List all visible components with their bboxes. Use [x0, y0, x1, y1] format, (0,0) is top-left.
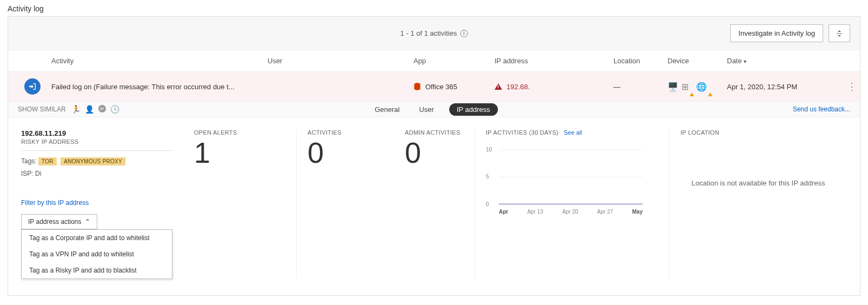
ip-full: 192.68.11.219 — [21, 129, 172, 137]
activities-column: ACTIVITIES 0 — [297, 129, 394, 279]
ip-actions-dropdown[interactable]: IP address actions ⌃ — [21, 214, 97, 229]
result-range-text: 1 - 1 of 1 activities — [400, 29, 457, 37]
activities-label: ACTIVITIES — [308, 129, 383, 136]
tab-user[interactable]: User — [415, 103, 438, 116]
warning-icon — [495, 83, 502, 90]
ip-actions-menu: Tag as a Corporate IP and add to whiteli… — [21, 229, 172, 279]
admin-activities-value: 0 — [405, 138, 464, 167]
tab-general[interactable]: General — [370, 103, 404, 116]
y-tick-5: 5 — [486, 174, 489, 180]
expand-collapse-button[interactable] — [829, 24, 850, 42]
col-activity[interactable]: Activity — [46, 57, 262, 65]
expand-icon — [836, 30, 843, 37]
row-ip: 192.68. — [506, 83, 530, 91]
col-date-label: Date — [727, 57, 742, 65]
similar-activity-icon[interactable]: 🏃 — [71, 105, 81, 114]
menu-tag-risky[interactable]: Tag as a Risky IP and add to blacklist — [22, 262, 172, 279]
tag-anon-proxy: ANONYMOUS PROXY — [61, 157, 125, 165]
ip-location-message: Location is not available for this IP ad… — [680, 179, 836, 187]
admin-activities-label: ADMIN ACTIVITIES — [405, 129, 464, 136]
info-icon[interactable]: i — [460, 30, 468, 37]
menu-tag-corporate[interactable]: Tag as a Corporate IP and add to whiteli… — [22, 230, 172, 246]
filter-by-ip-link[interactable]: Filter by this IP address — [21, 199, 172, 207]
open-alerts-value: 1 — [194, 138, 285, 167]
section-title-activity-log: Activity log — [8, 4, 860, 13]
tag-tor: TOR — [38, 157, 57, 165]
ip-location-column: IP LOCATION Location is not available fo… — [670, 129, 847, 279]
row-location: — — [608, 83, 662, 91]
activity-log-panel: 1 - 1 of 1 activities i Investigate in A… — [8, 16, 860, 296]
investigate-button[interactable]: Investigate in Activity log — [730, 24, 823, 42]
risky-label: RISKY IP ADDRESS — [21, 138, 172, 145]
col-location[interactable]: Location — [608, 57, 662, 65]
detail-tabs-bar: SHOW SIMILAR 🏃 👤 IP 🕓 General User IP ad… — [8, 101, 860, 117]
chart-see-all-link[interactable]: See all — [564, 129, 582, 136]
x-tick-apr20: Apr 20 — [562, 209, 578, 215]
activities-value: 0 — [308, 138, 383, 167]
row-date: Apr 1, 2020, 12:54 PM — [722, 83, 838, 91]
col-app[interactable]: App — [408, 57, 489, 65]
y-tick-0: 0 — [486, 201, 489, 207]
panel-header: 1 - 1 of 1 activities i Investigate in A… — [8, 17, 860, 50]
result-range: 1 - 1 of 1 activities i — [400, 29, 468, 37]
table-header: Activity User App IP address Location De… — [8, 50, 860, 72]
similar-ip-icon[interactable]: IP — [98, 105, 106, 112]
ip-info-column: 192.68.11.219 RISKY IP ADDRESS Tags: TOR… — [21, 129, 183, 279]
similar-user-icon[interactable]: 👤 — [85, 105, 94, 114]
isp-label: ISP: Di — [21, 170, 172, 177]
monitor-icon: 🖥️ — [667, 82, 678, 92]
browser-icon: 🌐 — [696, 82, 711, 92]
x-tick-apr27: Apr 27 — [597, 209, 613, 215]
ip-actions-label: IP address actions — [28, 218, 82, 226]
col-device[interactable]: Device — [662, 57, 722, 65]
menu-tag-vpn[interactable]: Tag as a VPN IP and add to whitelist — [22, 246, 172, 262]
col-user[interactable]: User — [262, 57, 408, 65]
chevron-down-icon: ▾ — [744, 58, 746, 64]
x-tick-apr13: Apr 13 — [527, 209, 543, 215]
x-tick-may: May — [632, 209, 643, 215]
table-row[interactable]: Failed log on (Failure message: This err… — [8, 72, 860, 101]
tab-ip-address[interactable]: IP address — [449, 103, 498, 116]
show-similar-label: SHOW SIMILAR — [18, 105, 66, 113]
admin-activities-column: ADMIN ACTIVITIES 0 — [394, 129, 475, 279]
col-date[interactable]: Date▾ — [722, 57, 838, 65]
office365-icon — [413, 83, 421, 90]
windows-icon: ⊞ — [682, 82, 693, 92]
row-app-name: Office 365 — [425, 83, 457, 91]
chart-title: IP ACTIVITIES (30 DAYS) — [486, 129, 558, 136]
open-alerts-column: OPEN ALERTS 1 — [183, 129, 297, 279]
signin-failed-icon — [24, 78, 41, 95]
ip-location-title: IP LOCATION — [680, 129, 836, 136]
similar-time-icon[interactable]: 🕓 — [110, 105, 119, 114]
chevron-up-icon: ⌃ — [85, 218, 90, 226]
x-tick-apr: Apr — [499, 209, 508, 215]
detail-body: 192.68.11.219 RISKY IP ADDRESS Tags: TOR… — [8, 117, 860, 295]
ip-activities-chart: 10 5 0 Apr Apr 13 Apr 20 Apr 27 May — [486, 144, 643, 215]
row-activity-text: Failed log on (Failure message: This err… — [46, 83, 262, 91]
tags-label: Tags: — [21, 157, 37, 165]
feedback-link[interactable]: Send us feedback... — [793, 105, 850, 113]
ip-activities-chart-column: IP ACTIVITIES (30 DAYS) See all 10 5 0 A… — [475, 129, 670, 279]
open-alerts-label: OPEN ALERTS — [194, 129, 285, 136]
device-icons: 🖥️ ⊞ 🌐 — [667, 82, 722, 92]
col-ip[interactable]: IP address — [489, 57, 608, 65]
row-more-menu[interactable]: ⋮ — [838, 81, 860, 92]
y-tick-10: 10 — [486, 147, 492, 152]
